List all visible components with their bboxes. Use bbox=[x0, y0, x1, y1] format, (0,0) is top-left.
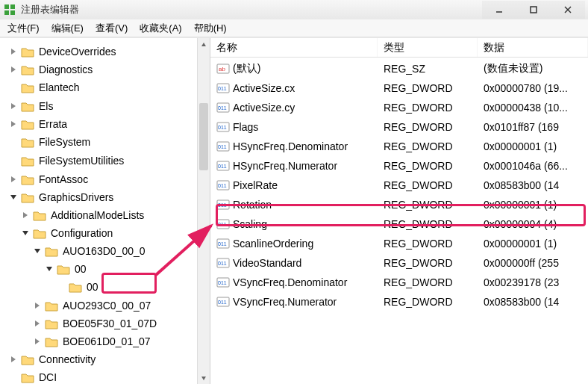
minimize-button[interactable] bbox=[482, 1, 516, 19]
svg-rect-1 bbox=[10, 4, 15, 9]
expand-icon[interactable] bbox=[21, 211, 30, 220]
tree-item-boe05f30[interactable]: BOE05F30_01_07D bbox=[33, 315, 158, 332]
collapse-icon[interactable] bbox=[21, 229, 30, 238]
expand-icon[interactable] bbox=[33, 319, 42, 328]
expand-icon[interactable] bbox=[9, 102, 18, 111]
list-row[interactable]: 011ScalingREG_DWORD0x00000004 (4) bbox=[210, 214, 588, 234]
scroll-up-icon[interactable] bbox=[198, 38, 210, 51]
tree-item-elantech[interactable]: Elantech bbox=[9, 78, 81, 96]
list-row[interactable]: ab(默认)REG_SZ(数值未设置) bbox=[210, 59, 588, 78]
folder-icon bbox=[21, 173, 34, 185]
menu-file[interactable]: 文件(F) bbox=[1, 20, 46, 37]
close-button[interactable] bbox=[551, 1, 585, 19]
svg-text:011: 011 bbox=[218, 300, 227, 305]
tree-scrollbar[interactable] bbox=[197, 38, 210, 384]
tree-item-graphicsdrivers[interactable]: GraphicsDrivers bbox=[9, 188, 115, 206]
list-row[interactable]: 011HSyncFreq.NumeratorREG_DWORD0x0001046… bbox=[210, 156, 588, 176]
dword-icon: 011 bbox=[216, 295, 230, 309]
list-row[interactable]: 011VSyncFreq.NumeratorREG_DWORD0x08583b0… bbox=[210, 292, 588, 312]
folder-icon bbox=[21, 46, 34, 58]
value-name: PixelRate bbox=[233, 179, 278, 191]
col-type[interactable]: 类型 bbox=[378, 38, 478, 57]
tree-item-00[interactable]: 00 bbox=[45, 260, 88, 278]
tree-item-els[interactable]: Els bbox=[9, 97, 54, 115]
value-type: REG_DWORD bbox=[378, 218, 478, 230]
list-row[interactable]: 011HSyncFreq.DenominatorREG_DWORD0x00000… bbox=[210, 137, 588, 156]
list-row[interactable]: 011VideoStandardREG_DWORD0x000000ff (255 bbox=[210, 253, 588, 273]
svg-text:011: 011 bbox=[218, 280, 227, 285]
list-row[interactable]: 011ScanlineOrderingREG_DWORD0x00000001 (… bbox=[210, 234, 588, 253]
list-row[interactable]: 011ActiveSize.cyREG_DWORD0x00000438 (10.… bbox=[210, 98, 588, 117]
collapse-icon[interactable] bbox=[9, 193, 18, 202]
col-name[interactable]: 名称 bbox=[210, 38, 378, 57]
expand-icon[interactable] bbox=[9, 65, 18, 74]
expand-icon[interactable] bbox=[9, 47, 18, 56]
dword-icon: 011 bbox=[216, 159, 230, 173]
value-data: 0x00239178 (23 bbox=[478, 276, 588, 288]
window-title: 注册表编辑器 bbox=[21, 3, 482, 16]
value-type: REG_DWORD bbox=[378, 276, 478, 288]
tree-item-dci[interactable]: DCI bbox=[9, 368, 58, 384]
tree-item-configuration[interactable]: Configuration bbox=[21, 224, 114, 242]
svg-text:011: 011 bbox=[218, 164, 227, 169]
value-type: REG_SZ bbox=[378, 63, 478, 75]
dword-icon: 011 bbox=[216, 256, 230, 270]
svg-text:011: 011 bbox=[218, 125, 227, 130]
folder-icon bbox=[21, 136, 34, 148]
collapse-icon[interactable] bbox=[33, 247, 42, 256]
col-data[interactable]: 数据 bbox=[478, 38, 588, 57]
dword-icon: 011 bbox=[216, 81, 230, 95]
scroll-track[interactable] bbox=[198, 51, 210, 371]
list-row[interactable]: 011FlagsREG_DWORD0x0101ff87 (169 bbox=[210, 117, 588, 137]
svg-text:011: 011 bbox=[218, 241, 227, 247]
tree-item-filesystemutilities[interactable]: FileSystemUtilities bbox=[9, 152, 125, 170]
list-row[interactable]: 011RotationREG_DWORD0x00000001 (1) bbox=[210, 195, 588, 214]
tree-item-boe061d0[interactable]: BOE061D0_01_07 bbox=[33, 332, 152, 350]
menu-edit[interactable]: 编辑(E) bbox=[46, 20, 90, 37]
tree-item-00-00[interactable]: 00 bbox=[57, 278, 100, 296]
tree-item-additionalmodelists[interactable]: AdditionalModeLists bbox=[21, 206, 146, 224]
value-name: Flags bbox=[233, 121, 258, 133]
menu-view[interactable]: 查看(V) bbox=[90, 20, 134, 37]
tree-item-filesystem[interactable]: FileSystem bbox=[9, 133, 92, 151]
folder-icon bbox=[45, 335, 58, 347]
tree-item-auo163d0[interactable]: AUO163D0_00_0 bbox=[33, 242, 147, 260]
expand-icon[interactable] bbox=[9, 355, 18, 364]
collapse-icon[interactable] bbox=[45, 264, 54, 273]
value-type: REG_DWORD bbox=[378, 296, 478, 308]
dword-icon: 011 bbox=[216, 179, 230, 192]
value-type: REG_DWORD bbox=[378, 121, 478, 133]
menu-help[interactable]: 帮助(H) bbox=[188, 20, 233, 37]
expand-icon[interactable] bbox=[33, 337, 42, 346]
dword-icon: 011 bbox=[216, 101, 230, 114]
list-row[interactable]: 011PixelRateREG_DWORD0x08583b00 (14 bbox=[210, 176, 588, 195]
expand-icon[interactable] bbox=[33, 301, 42, 310]
folder-icon bbox=[45, 300, 58, 312]
svg-text:ab: ab bbox=[219, 66, 225, 72]
value-type: REG_DWORD bbox=[378, 257, 478, 269]
tree-item-diagnostics[interactable]: Diagnostics bbox=[9, 61, 94, 78]
value-name: VSyncFreq.Denominator bbox=[233, 276, 347, 288]
tree-item-auo293c0[interactable]: AUO293C0_00_07 bbox=[33, 297, 152, 315]
tree-item-errata[interactable]: Errata bbox=[9, 115, 69, 133]
dword-icon: 011 bbox=[216, 237, 230, 250]
expand-icon[interactable] bbox=[9, 120, 18, 128]
svg-text:011: 011 bbox=[218, 144, 227, 149]
svg-line-6 bbox=[565, 7, 571, 13]
list-header: 名称 类型 数据 bbox=[210, 38, 588, 58]
tree-item-deviceoverrides[interactable]: DeviceOverrides bbox=[9, 43, 117, 61]
menu-favorites[interactable]: 收藏夹(A) bbox=[134, 20, 187, 37]
tree-item-connectivity[interactable]: Connectivity bbox=[9, 350, 97, 368]
value-name: HSyncFreq.Denominator bbox=[233, 140, 348, 152]
expand-icon[interactable] bbox=[9, 175, 18, 184]
list-row[interactable]: 011ActiveSize.cxREG_DWORD0x00000780 (19.… bbox=[210, 78, 588, 98]
maximize-button[interactable] bbox=[516, 1, 551, 19]
scroll-thumb[interactable] bbox=[199, 103, 208, 170]
folder-icon bbox=[21, 64, 34, 75]
tree-item-fontassoc[interactable]: FontAssoc bbox=[9, 170, 90, 188]
scroll-down-icon[interactable] bbox=[198, 371, 210, 384]
svg-rect-0 bbox=[4, 4, 9, 9]
value-data: 0x00000438 (10... bbox=[478, 102, 588, 114]
menubar: 文件(F) 编辑(E) 查看(V) 收藏夹(A) 帮助(H) bbox=[0, 19, 588, 37]
list-row[interactable]: 011VSyncFreq.DenominatorREG_DWORD0x00239… bbox=[210, 273, 588, 292]
